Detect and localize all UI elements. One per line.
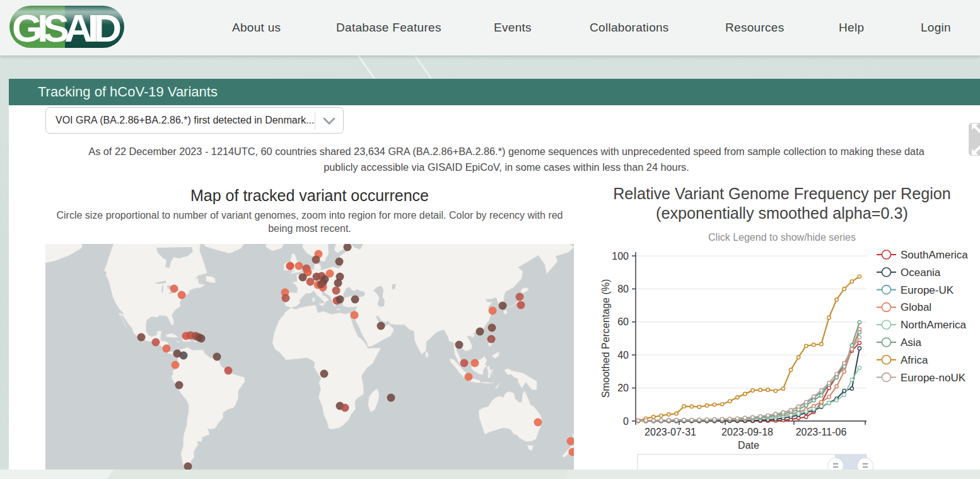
svg-text:GISAID: GISAID: [12, 6, 122, 49]
svg-text:Oceania: Oceania: [901, 267, 941, 279]
svg-text:2023-07-31: 2023-07-31: [645, 427, 696, 437]
svg-text:Africa: Africa: [901, 354, 928, 366]
svg-text:Date: Date: [738, 440, 759, 451]
svg-text:Smoothed Percentage (%): Smoothed Percentage (%): [600, 279, 611, 398]
svg-text:80: 80: [617, 284, 629, 294]
svg-text:Global: Global: [901, 301, 931, 313]
svg-text:40: 40: [617, 350, 629, 361]
svg-text:0: 0: [623, 416, 629, 427]
svg-text:2023-11-06: 2023-11-06: [796, 427, 847, 437]
svg-text:Europe-UK: Europe-UK: [901, 284, 954, 296]
svg-text:60: 60: [617, 316, 629, 327]
svg-text:Europe-noUK: Europe-noUK: [901, 372, 966, 384]
svg-text:NorthAmerica: NorthAmerica: [901, 319, 966, 331]
svg-text:2023-09-18: 2023-09-18: [721, 427, 773, 437]
svg-text:20: 20: [617, 383, 629, 393]
svg-text:Asia: Asia: [901, 337, 922, 349]
svg-text:SouthAmerica: SouthAmerica: [901, 249, 968, 261]
svg-text:100: 100: [612, 251, 629, 262]
